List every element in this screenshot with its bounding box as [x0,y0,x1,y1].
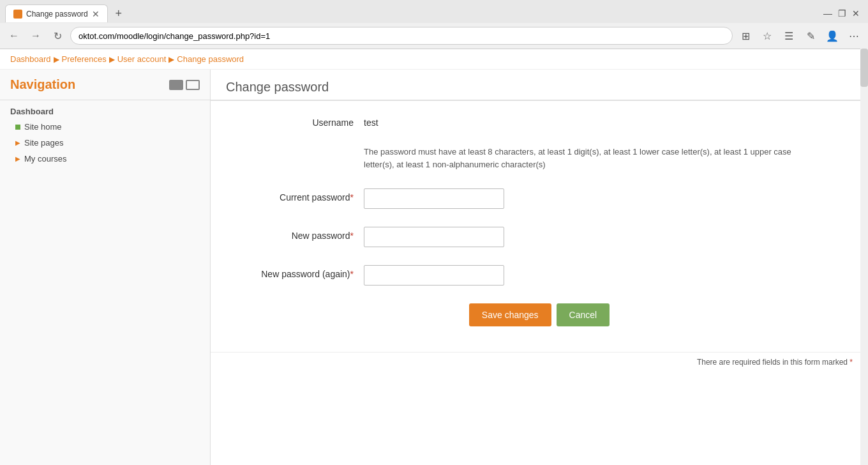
current-password-label: Current password* [236,188,364,202]
new-password-row: New password* [236,227,842,247]
breadcrumb-arrow-3: ▶ [168,55,174,64]
current-password-row: Current password* [236,188,842,209]
window-controls: — ❐ ✕ [823,9,863,18]
reload-button[interactable]: ↻ [49,27,66,45]
arrow-icon: ▶ [15,139,20,146]
required-note: There are required fields in this form m… [211,352,868,372]
breadcrumb-dashboard[interactable]: Dashboard [10,54,51,64]
favorites-icon[interactable]: ☆ [758,27,776,45]
edit-icon[interactable]: ✎ [802,27,819,45]
sidebar-item-my-courses[interactable]: ▶ My courses [0,151,210,167]
username-value: test [364,114,842,128]
username-label: Username [236,114,364,128]
sidebar-item-site-pages[interactable]: ▶ Site pages [0,135,210,151]
new-password-again-row: New password (again)* [236,265,842,286]
username-row: Username test [236,114,842,128]
sidebar-icons [169,80,200,90]
page-content: Navigation Dashboard Site home ▶ Site pa… [0,70,868,465]
new-password-again-label: New password (again)* [236,265,364,279]
breadcrumb-current: Change password [177,54,244,64]
cancel-button[interactable]: Cancel [557,303,610,326]
address-bar-row: ← → ↻ ⊞ ☆ ☰ ✎ 👤 ⋯ [0,23,868,49]
required-star: * [350,192,354,202]
form-area: Username test The password must have at … [211,101,868,352]
more-icon[interactable]: ⋯ [845,27,863,45]
sidebar-item-label: My courses [24,154,66,164]
form-buttons: Save changes Cancel [236,303,842,326]
sidebar: Navigation Dashboard Site home ▶ Site pa… [0,70,211,465]
new-password-input[interactable] [364,227,504,247]
breadcrumb-arrow-2: ▶ [109,55,115,64]
required-star-3: * [350,269,354,279]
sidebar-item-site-home[interactable]: Site home [0,119,210,135]
new-tab-button[interactable]: + [110,5,127,22]
new-password-label: New password* [236,227,364,241]
bullet-icon [15,125,20,130]
close-button[interactable]: ✕ [851,9,860,18]
menu-icon[interactable]: ☰ [780,27,798,45]
required-star-2: * [350,231,354,241]
breadcrumb: Dashboard ▶ Preferences ▶ User account ▶… [0,49,868,70]
sidebar-collapse-icon-1[interactable] [169,80,183,90]
password-hint: The password must have at least 8 charac… [364,146,811,171]
page-header: Change password [211,70,868,101]
minimize-button[interactable]: — [823,9,832,18]
page-title: Change password [226,80,853,95]
sidebar-title: Navigation [10,77,75,92]
scrollbar-thumb[interactable] [860,70,868,87]
current-password-input[interactable] [364,188,504,209]
save-changes-button[interactable]: Save changes [469,303,551,326]
breadcrumb-arrow-1: ▶ [54,55,59,64]
tab-favicon [13,10,22,19]
address-input[interactable] [70,27,733,45]
reading-view-icon[interactable]: ⊞ [737,27,754,45]
browser-chrome: Change password ✕ + — ❐ ✕ ← → ↻ ⊞ ☆ ☰ ✎ … [0,0,868,49]
breadcrumb-preferences[interactable]: Preferences [62,54,107,64]
breadcrumb-user-account[interactable]: User account [117,54,167,64]
tab-close-button[interactable]: ✕ [92,10,100,19]
scrollbar-track[interactable] [860,70,868,465]
new-password-again-input[interactable] [364,265,504,286]
back-button[interactable]: ← [5,27,23,45]
profile-icon[interactable]: 👤 [823,27,841,45]
main-area: Change password Username test The passwo… [211,70,868,465]
main-wrapper: Change password Username test The passwo… [211,70,868,372]
forward-button[interactable]: → [27,27,45,45]
sidebar-dashboard-label: Dashboard [0,100,210,119]
active-tab[interactable]: Change password ✕ [5,4,108,22]
password-hint-row: The password must have at least 8 charac… [236,146,842,171]
tab-title: Change password [26,10,88,19]
tab-bar: Change password ✕ + — ❐ ✕ [0,0,868,23]
required-note-star: * [849,358,853,367]
sidebar-collapse-icon-2[interactable] [186,80,200,90]
browser-actions: ⊞ ☆ ☰ ✎ 👤 ⋯ [737,27,863,45]
sidebar-item-label: Site home [24,122,62,132]
restore-button[interactable]: ❐ [837,9,846,18]
sidebar-item-label: Site pages [24,138,63,148]
password-hint-spacer [236,146,364,149]
arrow-icon: ▶ [15,155,20,162]
sidebar-header: Navigation [0,70,210,100]
